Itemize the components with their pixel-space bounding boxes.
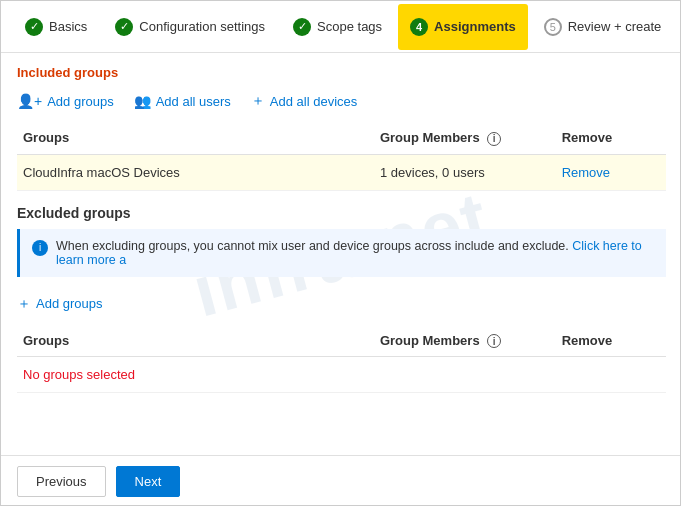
group-members-info-icon-included[interactable]: i — [487, 132, 501, 146]
next-button[interactable]: Next — [116, 466, 181, 497]
add-groups-excluded-icon: ＋ — [17, 295, 31, 313]
excl-col-header-groups: Groups — [17, 325, 374, 357]
main-content: Included groups 👤+ Add groups 👥 Add all … — [1, 53, 681, 455]
add-groups-included-button[interactable]: 👤+ Add groups — [17, 91, 114, 111]
no-groups-cell: No groups selected — [17, 357, 666, 393]
check-icon-configuration: ✓ — [115, 18, 133, 36]
included-actions-row: 👤+ Add groups 👥 Add all users ＋ Add all … — [17, 86, 666, 122]
badge-assignments: 4 — [410, 18, 428, 36]
included-groups-table: Groups Group Members i Remove CloudInfra… — [17, 122, 666, 191]
nav-label-configuration: Configuration settings — [139, 19, 265, 34]
excl-col-header-members: Group Members i — [374, 325, 556, 357]
group-members-info-icon-excluded[interactable]: i — [487, 334, 501, 348]
col-header-members: Group Members i — [374, 122, 556, 154]
nav-label-basics: Basics — [49, 19, 87, 34]
nav-label-assignments: Assignments — [434, 19, 516, 34]
info-message: When excluding groups, you cannot mix us… — [56, 239, 654, 267]
excluded-groups-title: Excluded groups — [17, 191, 666, 229]
no-groups-row: No groups selected — [17, 357, 666, 393]
remove-group-link[interactable]: Remove — [562, 165, 610, 180]
nav-item-assignments[interactable]: 4 Assignments — [398, 4, 528, 50]
add-all-devices-label: Add all devices — [270, 94, 357, 109]
add-all-users-icon: 👥 — [134, 93, 151, 109]
excl-col-header-remove: Remove — [556, 325, 666, 357]
included-groups-title: Included groups — [17, 53, 666, 86]
check-icon-scope: ✓ — [293, 18, 311, 36]
nav-item-review[interactable]: 5 Review + create — [532, 4, 674, 50]
nav-label-scope: Scope tags — [317, 19, 382, 34]
add-groups-icon: 👤+ — [17, 93, 42, 109]
nav-item-scope[interactable]: ✓ Scope tags — [281, 4, 394, 50]
remove-cell: Remove — [556, 154, 666, 190]
add-all-devices-icon: ＋ — [251, 92, 265, 110]
group-name-cell: CloudInfra macOS Devices — [17, 154, 374, 190]
table-header-row: Groups Group Members i Remove — [17, 122, 666, 154]
add-groups-excluded-label: Add groups — [36, 296, 103, 311]
info-circle-icon: i — [32, 240, 48, 256]
table-row: CloudInfra macOS Devices 1 devices, 0 us… — [17, 154, 666, 190]
nav-item-basics[interactable]: ✓ Basics — [13, 4, 99, 50]
excluded-groups-table: Groups Group Members i Remove No groups … — [17, 325, 666, 394]
add-groups-included-label: Add groups — [47, 94, 114, 109]
nav-item-configuration[interactable]: ✓ Configuration settings — [103, 4, 277, 50]
col-header-groups: Groups — [17, 122, 374, 154]
nav-label-review: Review + create — [568, 19, 662, 34]
exclude-info-box: i When excluding groups, you cannot mix … — [17, 229, 666, 277]
group-members-cell: 1 devices, 0 users — [374, 154, 556, 190]
badge-review: 5 — [544, 18, 562, 36]
add-all-users-label: Add all users — [156, 94, 231, 109]
previous-button[interactable]: Previous — [17, 466, 106, 497]
check-icon-basics: ✓ — [25, 18, 43, 36]
footer: Previous Next — [1, 455, 681, 506]
col-header-remove: Remove — [556, 122, 666, 154]
add-all-devices-button[interactable]: ＋ Add all devices — [251, 90, 357, 112]
excluded-actions-row: ＋ Add groups — [17, 289, 666, 325]
add-groups-excluded-button[interactable]: ＋ Add groups — [17, 293, 103, 315]
top-navigation: ✓ Basics ✓ Configuration settings ✓ Scop… — [1, 1, 681, 53]
excluded-table-header-row: Groups Group Members i Remove — [17, 325, 666, 357]
add-all-users-button[interactable]: 👥 Add all users — [134, 91, 231, 111]
